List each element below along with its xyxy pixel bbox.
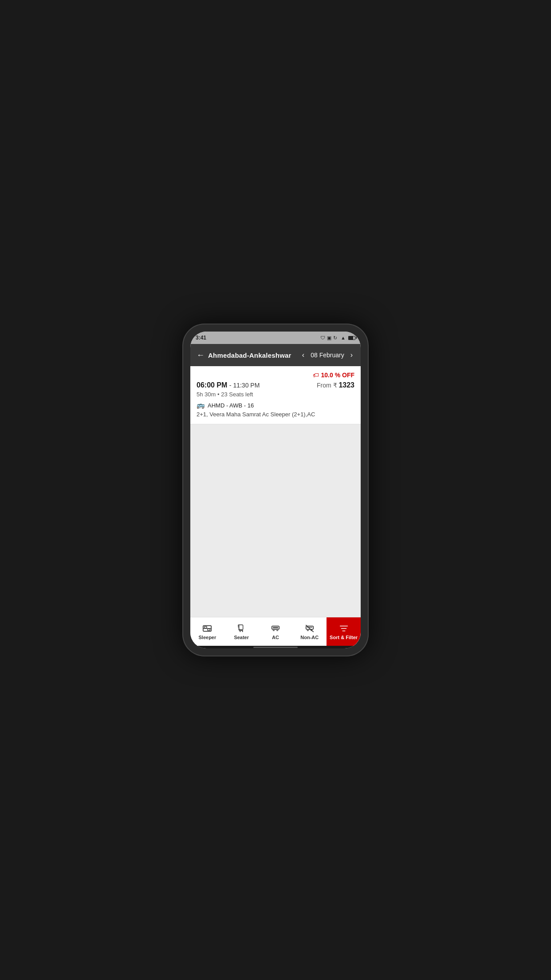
status-icons: 🛡 ▣ ↻ ▲	[320, 335, 355, 341]
shield-icon: 🛡	[320, 335, 325, 340]
sort-filter-tab-label: Sort & Filter	[330, 635, 358, 640]
price-info: From ₹ 1323	[317, 381, 354, 389]
ac-tab-label: AC	[272, 635, 279, 640]
header-left: ← Ahmedabad-Ankaleshwar	[197, 351, 291, 360]
header-date-nav: ‹ 08 February ›	[300, 350, 354, 360]
bus-card[interactable]: 🏷 10.0 % OFF 06:00 PM - 11:30 PM From ₹ …	[190, 366, 361, 424]
sleeper-tab-label: Sleeper	[199, 635, 216, 640]
tab-sleeper[interactable]: Sleeper	[190, 617, 224, 646]
bus-type: 2+1, Veera Maha Samrat Ac Sleeper (2+1),…	[197, 411, 354, 418]
home-bar	[190, 646, 361, 648]
tag-icon: 🏷	[313, 371, 319, 379]
back-button[interactable]: ←	[197, 351, 205, 360]
route-title: Ahmedabad-Ankaleshwar	[208, 352, 291, 359]
discount-badge: 🏷 10.0 % OFF	[197, 371, 354, 379]
status-time: 3:41	[196, 335, 206, 341]
tab-seater[interactable]: Seater	[224, 617, 259, 646]
sim-icon: ▣	[327, 335, 331, 341]
arrival-time: - 11:30 PM	[229, 382, 260, 389]
wifi-icon: ▲	[341, 335, 346, 340]
sync-icon: ↻	[333, 335, 337, 341]
sort-filter-icon	[339, 624, 349, 633]
nonac-tab-label: Non-AC	[300, 635, 319, 640]
price-from-label: From ₹	[317, 382, 337, 389]
price-amount: 1323	[338, 381, 354, 389]
tab-ac[interactable]: AC	[259, 617, 293, 646]
battery-icon	[348, 336, 355, 340]
seats-left: 23 Seats left	[221, 391, 253, 398]
date-label: 08 February	[311, 352, 344, 359]
svg-rect-3	[208, 628, 210, 630]
departure-time: 06:00 PM	[197, 381, 227, 389]
seater-icon	[236, 624, 246, 633]
seater-tab-label: Seater	[234, 635, 249, 640]
phone-screen: 3:41 🛡 ▣ ↻ ▲ ← Ahmedabad-Ankaleshwar	[190, 332, 361, 648]
bus-code: AHMD - AWB - 16	[208, 402, 254, 409]
timing-info: 06:00 PM - 11:30 PM	[197, 381, 260, 389]
status-bar: 3:41 🛡 ▣ ↻ ▲	[190, 332, 361, 344]
tab-bar: Sleeper Seater	[190, 617, 361, 646]
timing-price-row: 06:00 PM - 11:30 PM From ₹ 1323	[197, 381, 354, 389]
prev-date-button[interactable]: ‹	[300, 350, 306, 360]
duration-seats-row: 5h 30m • 23 Seats left	[197, 391, 354, 398]
main-content: 🏷 10.0 % OFF 06:00 PM - 11:30 PM From ₹ …	[190, 366, 361, 617]
dot-separator: •	[217, 391, 221, 398]
svg-rect-4	[272, 626, 279, 629]
home-bar-line	[253, 647, 298, 648]
svg-rect-2	[205, 626, 207, 628]
ac-icon	[271, 624, 280, 633]
app-header: ← Ahmedabad-Ankaleshwar ‹ 08 February ›	[190, 344, 361, 366]
bus-detail-row: 🚌 AHMD - AWB - 16	[197, 401, 354, 409]
phone-device: 3:41 🛡 ▣ ↻ ▲ ← Ahmedabad-Ankaleshwar	[182, 324, 369, 656]
bus-icon: 🚌	[197, 401, 205, 409]
sleeper-icon	[202, 624, 212, 633]
nonac-icon	[305, 624, 315, 633]
tab-sort-filter[interactable]: Sort & Filter	[327, 617, 361, 646]
next-date-button[interactable]: ›	[349, 350, 354, 360]
tab-nonac[interactable]: Non-AC	[292, 617, 327, 646]
discount-text: 10.0 % OFF	[321, 371, 354, 379]
duration: 5h 30m	[197, 391, 216, 398]
